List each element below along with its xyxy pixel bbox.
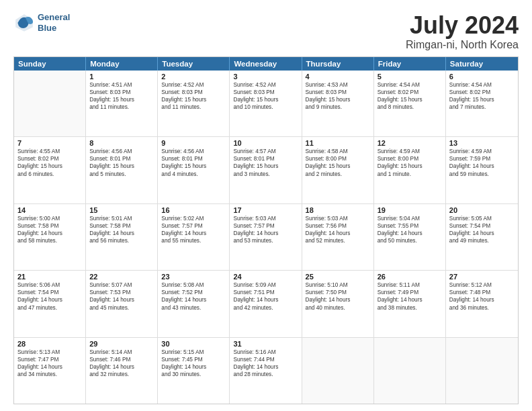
day-number: 6 [449,73,515,81]
day-number: 5 [378,73,442,81]
cell-line: Sunset: 8:03 PM [161,89,226,96]
cell-line: Sunset: 7:48 PM [449,289,515,296]
day-number: 4 [306,73,370,81]
day-number: 28 [17,340,82,348]
cell-line: Sunrise: 4:59 AM [449,148,515,155]
cell-line: Sunset: 7:57 PM [161,222,226,230]
day-number: 19 [378,206,442,214]
calendar-cell: 30Sunrise: 5:15 AMSunset: 7:45 PMDayligh… [158,338,230,404]
calendar-cell: 7Sunrise: 4:55 AMSunset: 8:02 PMDaylight… [14,137,86,203]
cell-line: Sunset: 7:45 PM [161,356,226,363]
cell-line: Sunset: 8:02 PM [378,89,442,96]
cell-line: Daylight: 15 hours [378,163,442,170]
calendar-cell: 25Sunrise: 5:10 AMSunset: 7:50 PMDayligh… [302,271,374,336]
logo-text: General Blue [38,12,70,33]
cell-line: and 45 minutes. [89,304,154,312]
cell-line: Sunset: 7:51 PM [233,289,298,296]
cell-line: Sunrise: 5:10 AM [306,281,370,289]
cell-line: Daylight: 14 hours [449,163,515,170]
cell-line: and 11 minutes. [161,103,226,111]
cell-line: Sunset: 7:54 PM [17,289,82,296]
cell-line: Daylight: 14 hours [378,296,442,304]
calendar-cell: 31Sunrise: 5:16 AMSunset: 7:44 PMDayligh… [230,338,302,404]
cell-line: Sunrise: 5:04 AM [378,215,442,222]
day-number: 26 [378,273,442,281]
cell-line: Daylight: 15 hours [161,163,226,170]
cell-line: Sunrise: 5:01 AM [89,215,154,222]
day-number: 18 [306,206,370,214]
cell-line: and 56 minutes. [89,237,154,244]
cell-line: and 5 minutes. [89,171,154,178]
calendar-cell: 22Sunrise: 5:07 AMSunset: 7:53 PMDayligh… [86,271,158,336]
cell-line: and 9 minutes. [306,103,370,111]
cell-line: Daylight: 14 hours [449,230,515,237]
cell-line: Sunrise: 5:15 AM [161,349,226,356]
cell-line: Daylight: 15 hours [17,163,82,170]
cell-line: Sunset: 8:00 PM [306,155,370,163]
cell-line: and 28 minutes. [233,371,298,378]
day-number: 31 [233,340,298,348]
calendar-cell [374,338,446,404]
cell-line: Daylight: 14 hours [233,363,298,371]
calendar-cell [14,71,86,136]
cell-line: and 52 minutes. [306,237,370,244]
calendar-cell: 19Sunrise: 5:04 AMSunset: 7:55 PMDayligh… [374,204,446,270]
cell-line: Daylight: 14 hours [161,230,226,237]
cell-line: Daylight: 15 hours [233,163,298,170]
calendar-cell: 14Sunrise: 5:00 AMSunset: 7:58 PMDayligh… [14,204,86,270]
cell-line: and 58 minutes. [17,237,82,244]
title-block: July 2024 Rimgan-ni, North Korea [406,12,519,51]
cell-line: Sunrise: 4:58 AM [306,148,370,155]
cell-line: Sunrise: 4:59 AM [378,148,442,155]
cell-line: and 49 minutes. [449,237,515,244]
calendar-cell: 23Sunrise: 5:08 AMSunset: 7:52 PMDayligh… [158,271,230,336]
cell-line: and 40 minutes. [306,304,370,312]
calendar-row: 14Sunrise: 5:00 AMSunset: 7:58 PMDayligh… [14,204,518,271]
cell-line: Daylight: 15 hours [233,96,298,103]
cell-line: Sunrise: 4:53 AM [306,81,370,89]
cell-line: Sunset: 8:00 PM [378,155,442,163]
cell-line: Sunrise: 5:09 AM [233,281,298,289]
cell-line: Sunrise: 5:05 AM [449,215,515,222]
cell-line: and 42 minutes. [233,304,298,312]
cell-line: Daylight: 15 hours [306,96,370,103]
cell-line: Sunrise: 4:54 AM [378,81,442,89]
calendar-row: 28Sunrise: 5:13 AMSunset: 7:47 PMDayligh… [14,338,518,404]
calendar-cell: 17Sunrise: 5:03 AMSunset: 7:57 PMDayligh… [230,204,302,270]
cell-line: Sunset: 7:55 PM [378,222,442,230]
calendar-cell: 8Sunrise: 4:56 AMSunset: 8:01 PMDaylight… [86,137,158,203]
cell-line: Sunrise: 5:14 AM [89,349,154,356]
general-blue-icon [13,12,35,34]
day-number: 17 [233,206,298,214]
calendar-header: SundayMondayTuesdayWednesdayThursdayFrid… [14,57,518,71]
cell-line: Sunrise: 4:52 AM [161,81,226,89]
day-number: 27 [449,273,515,281]
day-number: 3 [233,73,298,81]
logo: General Blue [13,12,70,34]
day-number: 13 [449,139,515,147]
cell-line: Sunrise: 4:56 AM [89,148,154,155]
calendar-cell: 13Sunrise: 4:59 AMSunset: 7:59 PMDayligh… [446,137,518,203]
day-number: 7 [17,139,82,147]
cell-line: and 8 minutes. [378,103,442,111]
calendar-cell: 2Sunrise: 4:52 AMSunset: 8:03 PMDaylight… [158,71,230,136]
cell-line: and 43 minutes. [161,304,226,312]
day-number: 10 [233,139,298,147]
cell-line: Daylight: 14 hours [89,363,154,371]
day-number: 1 [89,73,154,81]
cell-line: Sunrise: 4:56 AM [161,148,226,155]
day-number: 21 [17,273,82,281]
cell-line: Sunrise: 5:08 AM [161,281,226,289]
cell-line: Sunrise: 5:07 AM [89,281,154,289]
cell-line: Daylight: 14 hours [89,230,154,237]
cell-line: Sunset: 8:01 PM [161,155,226,163]
cell-line: Sunrise: 5:16 AM [233,349,298,356]
cell-line: Daylight: 14 hours [161,363,226,371]
cell-line: Sunrise: 5:13 AM [17,349,82,356]
cell-line: Sunset: 7:57 PM [233,222,298,230]
cell-line: Daylight: 15 hours [89,163,154,170]
calendar-cell: 28Sunrise: 5:13 AMSunset: 7:47 PMDayligh… [14,338,86,404]
cell-line: and 32 minutes. [89,371,154,378]
cell-line: Sunrise: 4:51 AM [89,81,154,89]
calendar-cell: 21Sunrise: 5:06 AMSunset: 7:54 PMDayligh… [14,271,86,336]
